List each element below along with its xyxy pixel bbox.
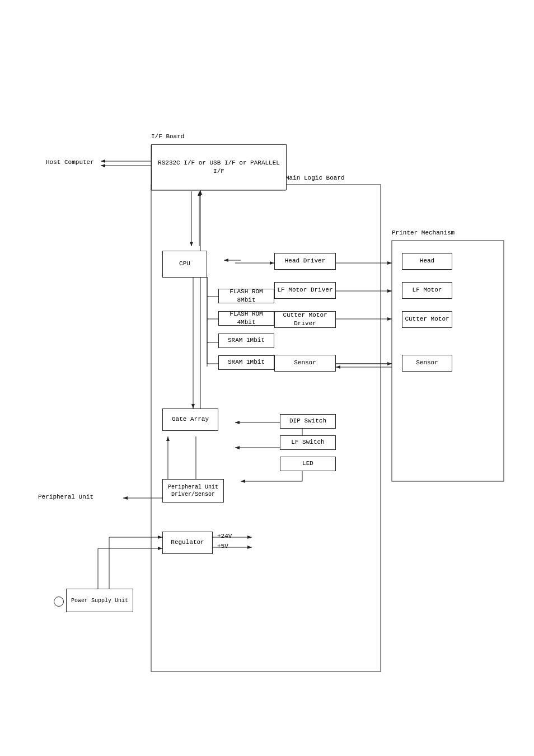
power-supply-box: Power Supply Unit <box>66 589 133 612</box>
sensor-pm-box: Sensor <box>402 355 452 372</box>
cutter-motor-driver-box: Cutter Motor Driver <box>274 311 336 328</box>
printer-mechanism-label: Printer Mechanism <box>392 229 455 236</box>
head-pm-box: Head <box>402 253 452 270</box>
power-connector-symbol <box>54 597 64 607</box>
led-box: LED <box>280 457 336 471</box>
gate-array-box: Gate Array <box>162 408 218 431</box>
dip-switch-box: DIP Switch <box>280 414 336 429</box>
host-computer-label: Host Computer <box>46 159 94 166</box>
sram-1mbit-1-box: SRAM 1Mbit <box>218 334 274 348</box>
plus24v-label: +24V <box>217 533 232 539</box>
cutter-motor-pm-box: Cutter Motor <box>402 311 452 328</box>
head-driver-box: Head Driver <box>274 253 336 270</box>
diagram-lines <box>0 0 534 756</box>
sram-1mbit-2-box: SRAM 1Mbit <box>218 355 274 370</box>
lf-switch-box: LF Switch <box>280 435 336 450</box>
regulator-box: Regulator <box>162 532 213 554</box>
cpu-box: CPU <box>162 251 207 278</box>
diagram: I/F Board Main Logic Board Printer Mecha… <box>0 0 534 756</box>
if-board-label: I/F Board <box>151 133 184 140</box>
lf-motor-driver-box: LF Motor Driver <box>274 282 336 299</box>
lf-motor-pm-box: LF Motor <box>402 282 452 299</box>
sensor-main-box: Sensor <box>274 355 336 372</box>
peripheral-unit-label: Peripheral Unit <box>38 494 93 500</box>
plus5v-label: +5V <box>217 543 228 550</box>
main-logic-board-label: Main Logic Board <box>285 175 345 181</box>
peripheral-unit-driver-box: Peripheral Unit Driver/Sensor <box>162 479 224 503</box>
if-box: RS232C I/F or USB I/F or PARALLEL I/F <box>151 144 287 190</box>
flash-rom-8mbit-box: FLASH ROM 8Mbit <box>218 289 274 303</box>
flash-rom-4mbit-box: FLASH ROM 4Mbit <box>218 311 274 326</box>
